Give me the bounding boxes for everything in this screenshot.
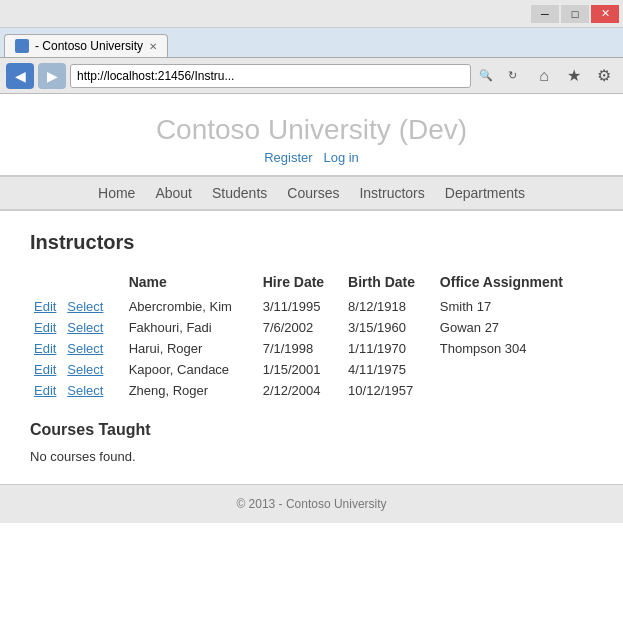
row-birth-date-3: 4/11/1975 bbox=[344, 359, 436, 380]
refresh-icon[interactable]: ↻ bbox=[501, 65, 523, 87]
edit-link-2[interactable]: Edit bbox=[34, 341, 56, 356]
table-body: Edit Select Abercrombie, Kim 3/11/1995 8… bbox=[30, 296, 593, 401]
row-hire-date-1: 7/6/2002 bbox=[259, 317, 344, 338]
url-box[interactable] bbox=[70, 64, 471, 88]
favicon-icon bbox=[15, 39, 29, 53]
row-office-4 bbox=[436, 380, 593, 401]
table-row: Edit Select Kapoor, Candace 1/15/2001 4/… bbox=[30, 359, 593, 380]
nav-students[interactable]: Students bbox=[212, 185, 267, 201]
courses-heading: Courses Taught bbox=[30, 421, 593, 439]
instructors-table: Name Hire Date Birth Date Office Assignm… bbox=[30, 270, 593, 401]
page-inner: Contoso University (Dev) Register Log in… bbox=[0, 94, 623, 620]
browser-tab[interactable]: - Contoso University ✕ bbox=[4, 34, 168, 57]
minimize-button[interactable]: ─ bbox=[531, 5, 559, 23]
nav-bar: Home About Students Courses Instructors … bbox=[0, 175, 623, 211]
site-title: Contoso University (Dev) bbox=[0, 114, 623, 146]
edit-link-1[interactable]: Edit bbox=[34, 320, 56, 335]
row-birth-date-4: 10/12/1957 bbox=[344, 380, 436, 401]
row-name-4: Zheng, Roger bbox=[125, 380, 259, 401]
site-header: Contoso University (Dev) Register Log in bbox=[0, 94, 623, 175]
row-actions-1: Edit Select bbox=[30, 317, 125, 338]
edit-link-3[interactable]: Edit bbox=[34, 362, 56, 377]
col-hire-date: Hire Date bbox=[259, 270, 344, 296]
row-actions-0: Edit Select bbox=[30, 296, 125, 317]
nav-instructors[interactable]: Instructors bbox=[359, 185, 424, 201]
forward-icon: ▶ bbox=[47, 68, 58, 84]
row-name-1: Fakhouri, Fadi bbox=[125, 317, 259, 338]
table-row: Edit Select Abercrombie, Kim 3/11/1995 8… bbox=[30, 296, 593, 317]
nav-courses[interactable]: Courses bbox=[287, 185, 339, 201]
tab-bar: - Contoso University ✕ bbox=[0, 28, 623, 58]
close-button[interactable]: ✕ bbox=[591, 5, 619, 23]
home-button[interactable]: ⌂ bbox=[531, 63, 557, 89]
back-icon: ◀ bbox=[15, 68, 26, 84]
select-link-2[interactable]: Select bbox=[67, 341, 103, 356]
page-footer: © 2013 - Contoso University bbox=[0, 484, 623, 523]
settings-button[interactable]: ⚙ bbox=[591, 63, 617, 89]
row-office-0: Smith 17 bbox=[436, 296, 593, 317]
no-courses-text: No courses found. bbox=[30, 449, 593, 464]
main-content: Instructors Name Hire Date Birth Date Of… bbox=[0, 211, 623, 484]
nav-home[interactable]: Home bbox=[98, 185, 135, 201]
browser-window: ─ □ ✕ - Contoso University ✕ ◀ ▶ 🔍 ↻ ⌂ ★… bbox=[0, 0, 623, 620]
row-birth-date-1: 3/15/1960 bbox=[344, 317, 436, 338]
search-icon[interactable]: 🔍 bbox=[475, 65, 497, 87]
edit-link-4[interactable]: Edit bbox=[34, 383, 56, 398]
row-birth-date-2: 1/11/1970 bbox=[344, 338, 436, 359]
url-input[interactable] bbox=[77, 69, 464, 83]
favorites-button[interactable]: ★ bbox=[561, 63, 587, 89]
select-link-4[interactable]: Select bbox=[67, 383, 103, 398]
tab-close-icon[interactable]: ✕ bbox=[149, 41, 157, 52]
row-hire-date-3: 1/15/2001 bbox=[259, 359, 344, 380]
login-link[interactable]: Log in bbox=[323, 150, 358, 165]
row-birth-date-0: 8/12/1918 bbox=[344, 296, 436, 317]
window-controls: ─ □ ✕ bbox=[531, 5, 619, 23]
table-row: Edit Select Zheng, Roger 2/12/2004 10/12… bbox=[30, 380, 593, 401]
nav-departments[interactable]: Departments bbox=[445, 185, 525, 201]
maximize-button[interactable]: □ bbox=[561, 5, 589, 23]
register-link[interactable]: Register bbox=[264, 150, 312, 165]
browser-tools: ⌂ ★ ⚙ bbox=[531, 63, 617, 89]
select-link-0[interactable]: Select bbox=[67, 299, 103, 314]
row-actions-3: Edit Select bbox=[30, 359, 125, 380]
select-link-1[interactable]: Select bbox=[67, 320, 103, 335]
row-actions-2: Edit Select bbox=[30, 338, 125, 359]
row-office-1: Gowan 27 bbox=[436, 317, 593, 338]
forward-button[interactable]: ▶ bbox=[38, 63, 66, 89]
row-hire-date-0: 3/11/1995 bbox=[259, 296, 344, 317]
page-heading: Instructors bbox=[30, 231, 593, 254]
edit-link-0[interactable]: Edit bbox=[34, 299, 56, 314]
row-office-2: Thompson 304 bbox=[436, 338, 593, 359]
select-link-3[interactable]: Select bbox=[67, 362, 103, 377]
table-row: Edit Select Harui, Roger 7/1/1998 1/11/1… bbox=[30, 338, 593, 359]
tab-title: - Contoso University bbox=[35, 39, 143, 53]
site-auth: Register Log in bbox=[0, 150, 623, 165]
table-header: Name Hire Date Birth Date Office Assignm… bbox=[30, 270, 593, 296]
back-button[interactable]: ◀ bbox=[6, 63, 34, 89]
nav-about[interactable]: About bbox=[155, 185, 192, 201]
col-birth-date: Birth Date bbox=[344, 270, 436, 296]
row-hire-date-4: 2/12/2004 bbox=[259, 380, 344, 401]
col-name: Name bbox=[125, 270, 259, 296]
row-name-0: Abercrombie, Kim bbox=[125, 296, 259, 317]
row-hire-date-2: 7/1/1998 bbox=[259, 338, 344, 359]
col-actions bbox=[30, 270, 125, 296]
col-office: Office Assignment bbox=[436, 270, 593, 296]
title-bar: ─ □ ✕ bbox=[0, 0, 623, 28]
row-actions-4: Edit Select bbox=[30, 380, 125, 401]
table-row: Edit Select Fakhouri, Fadi 7/6/2002 3/15… bbox=[30, 317, 593, 338]
page-content: Contoso University (Dev) Register Log in… bbox=[0, 94, 623, 620]
row-office-3 bbox=[436, 359, 593, 380]
address-bar: ◀ ▶ 🔍 ↻ ⌂ ★ ⚙ bbox=[0, 58, 623, 94]
row-name-3: Kapoor, Candace bbox=[125, 359, 259, 380]
row-name-2: Harui, Roger bbox=[125, 338, 259, 359]
